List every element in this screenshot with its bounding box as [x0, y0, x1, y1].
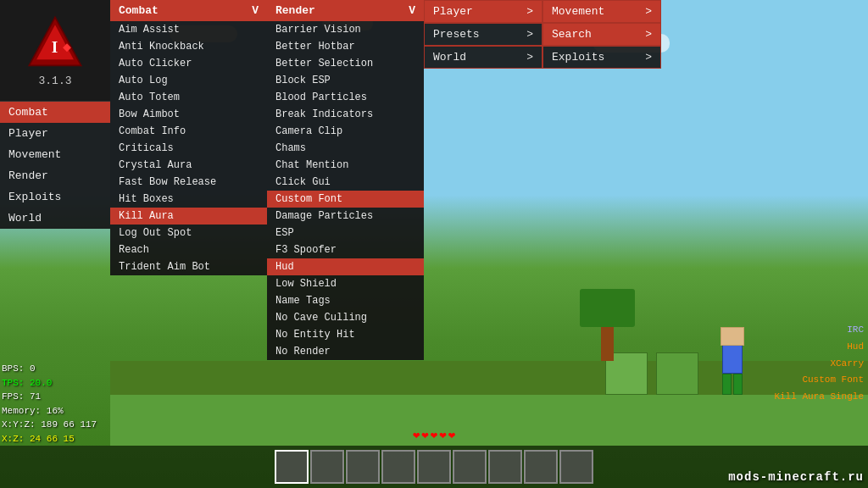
combat-bow-aimbot[interactable]: Bow Aimbot: [110, 106, 267, 123]
hearts-hud: ❤ ❤ ❤ ❤ ❤: [413, 428, 455, 442]
heart-2: ❤: [421, 428, 428, 442]
player-chevron: >: [526, 5, 533, 18]
render-low-shield[interactable]: Low Shield: [267, 275, 424, 292]
world-label: World: [433, 51, 466, 64]
combat-auto-log[interactable]: Auto Log: [110, 72, 267, 89]
combat-combat-info[interactable]: Combat Info: [110, 123, 267, 140]
player-label: Player: [433, 5, 473, 18]
svg-text:I: I: [52, 38, 58, 56]
presets-menu-btn[interactable]: Presets >: [424, 23, 542, 46]
watermark: mods-minecraft.ru: [728, 470, 864, 484]
hotbar-slot-5[interactable]: [417, 450, 451, 484]
combat-hit-boxes[interactable]: Hit Boxes: [110, 191, 267, 208]
hotbar-slot-9[interactable]: [559, 450, 593, 484]
version-label: 3.1.3: [38, 75, 71, 87]
combat-auto-totem[interactable]: Auto Totem: [110, 89, 267, 106]
heart-5: ❤: [448, 428, 455, 442]
render-barrier-vision[interactable]: Barrier Vision: [267, 21, 424, 38]
sidebar-item-combat[interactable]: Combat: [0, 102, 110, 123]
render-block-esp[interactable]: Block ESP: [267, 72, 424, 89]
stats-panel: BPS: 0 TPS: 20.0 FPS: 71 Memory: 16% X:Y…: [2, 362, 97, 446]
fps-stat: FPS: 71: [2, 390, 97, 404]
sidebar-item-world[interactable]: World: [0, 208, 110, 229]
presets-chevron: >: [526, 28, 533, 41]
render-menu: Render V Barrier Vision Better Hotbar Be…: [267, 0, 424, 360]
irc-overlay: IRC: [774, 322, 864, 339]
combat-menu-header: Combat V: [110, 0, 267, 21]
combat-aim-assist[interactable]: Aim Assist: [110, 21, 267, 38]
hotbar-slot-1[interactable]: [275, 450, 309, 484]
render-camera-clip[interactable]: Camera Clip: [267, 123, 424, 140]
combat-menu-title: Combat: [119, 4, 159, 17]
world-chevron: >: [526, 51, 533, 64]
render-break-indicators[interactable]: Break Indicators: [267, 106, 424, 123]
killaura-overlay: Kill Aura Single: [774, 389, 864, 406]
hotbar: [275, 450, 593, 484]
render-better-hotbar[interactable]: Better Hotbar: [267, 38, 424, 55]
presets-label: Presets: [433, 28, 480, 41]
sidebar-item-player[interactable]: Player: [0, 123, 110, 144]
sidebar-item-movement[interactable]: Movement: [0, 144, 110, 165]
watermark-text: mods-minecraft.ru: [728, 470, 864, 484]
combat-fast-bow[interactable]: Fast Bow Release: [110, 174, 267, 191]
render-hud[interactable]: Hud: [267, 258, 424, 275]
render-menu-title: Render: [275, 4, 315, 17]
heart-3: ❤: [431, 428, 437, 442]
render-name-tags[interactable]: Name Tags: [267, 292, 424, 309]
render-damage-particles[interactable]: Damage Particles: [267, 208, 424, 225]
combat-criticals[interactable]: Criticals: [110, 140, 267, 157]
combat-menu-chevron: V: [252, 4, 259, 17]
heart-1: ❤: [413, 428, 420, 442]
hotbar-slot-3[interactable]: [346, 450, 380, 484]
hotbar-slot-4[interactable]: [381, 450, 415, 484]
combat-crystal-aura[interactable]: Crystal Aura: [110, 157, 267, 174]
combat-reach[interactable]: Reach: [110, 241, 267, 258]
movement-chevron: >: [645, 5, 652, 18]
combat-trident-aim-bot[interactable]: Trident Aim Bot: [110, 258, 267, 275]
logo-icon: I: [25, 14, 85, 73]
hotbar-slot-2[interactable]: [310, 450, 344, 484]
combat-auto-clicker[interactable]: Auto Clicker: [110, 55, 267, 72]
exploits-label: Exploits: [552, 51, 604, 64]
top-right-menus: Player > Movement > Presets > Search > W…: [424, 0, 661, 69]
tps-stat: TPS: 20.0: [2, 376, 97, 391]
render-better-selection[interactable]: Better Selection: [267, 55, 424, 72]
render-chams[interactable]: Chams: [267, 140, 424, 157]
xcarry-overlay: XCarry: [774, 356, 864, 373]
render-f3-spoofer[interactable]: F3 Spoofer: [267, 241, 424, 258]
render-no-entity-hit[interactable]: No Entity Hit: [267, 326, 424, 343]
combat-menu: Combat V Aim Assist Anti Knockback Auto …: [110, 0, 267, 275]
render-custom-font[interactable]: Custom Font: [267, 191, 424, 208]
combat-anti-knockback[interactable]: Anti Knockback: [110, 38, 267, 55]
xyz2-stat: X:Z: 24 66 15: [2, 432, 97, 446]
hotbar-slot-7[interactable]: [488, 450, 522, 484]
render-blood-particles[interactable]: Blood Particles: [267, 89, 424, 106]
sidebar-item-exploits[interactable]: Exploits: [0, 186, 110, 208]
hotbar-slot-8[interactable]: [524, 450, 558, 484]
movement-label: Movement: [552, 5, 604, 18]
right-overlay: IRC Hud XCarry Custom Font Kill Aura Sin…: [774, 322, 864, 406]
logo-area: I 3.1.3: [0, 0, 110, 102]
search-label: Search: [552, 28, 592, 41]
render-esp[interactable]: ESP: [267, 225, 424, 241]
hotbar-slot-6[interactable]: [453, 450, 487, 484]
render-no-cave-culling[interactable]: No Cave Culling: [267, 309, 424, 326]
search-chevron: >: [645, 28, 652, 41]
render-chat-mention[interactable]: Chat Mention: [267, 157, 424, 174]
xyz-stat: X:Y:Z: 189 66 117: [2, 418, 97, 432]
world-menu-btn[interactable]: World >: [424, 46, 542, 69]
sidebar-item-render[interactable]: Render: [0, 165, 110, 186]
render-menu-chevron: V: [409, 4, 415, 17]
movement-menu-btn[interactable]: Movement >: [542, 0, 661, 23]
heart-4: ❤: [439, 428, 446, 442]
player-menu-btn[interactable]: Player >: [424, 0, 542, 23]
exploits-chevron: >: [645, 51, 652, 64]
render-menu-header: Render V: [267, 0, 424, 21]
bps-stat: BPS: 0: [2, 362, 97, 376]
combat-kill-aura[interactable]: Kill Aura: [110, 208, 267, 225]
render-click-gui[interactable]: Click Gui: [267, 174, 424, 191]
exploits-menu-btn[interactable]: Exploits >: [542, 46, 661, 69]
combat-log-out-spot[interactable]: Log Out Spot: [110, 225, 267, 241]
render-no-render[interactable]: No Render: [267, 343, 424, 360]
search-menu-btn[interactable]: Search >: [542, 23, 661, 46]
